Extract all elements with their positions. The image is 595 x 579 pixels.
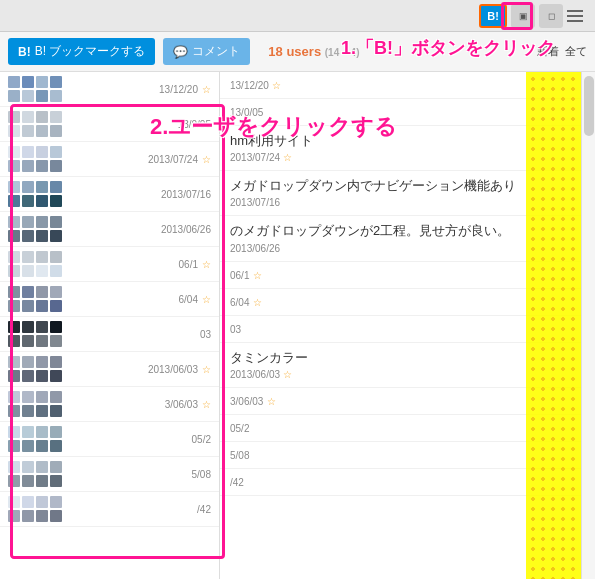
list-item[interactable]: 5/08 xyxy=(0,457,219,492)
list-item[interactable]: 3/06/03 ☆ xyxy=(0,387,219,422)
star-icon: ☆ xyxy=(253,270,262,281)
content-title: タミンカラー xyxy=(230,349,571,367)
content-title: のメガドロップダウンが2工程。見せ方が良い。 xyxy=(230,222,571,240)
avatar xyxy=(8,111,62,137)
content-date: 5/08 xyxy=(230,450,249,461)
list-item[interactable]: 13/0/05 xyxy=(0,107,219,142)
list-item[interactable]: 2013/06/03 ☆ xyxy=(0,352,219,387)
content-title: hm利用サイト xyxy=(230,132,571,150)
comment-icon: 💬 xyxy=(173,45,188,59)
date-label: 3/06/03 xyxy=(165,399,198,410)
avatar xyxy=(8,356,62,382)
date-label: 5/08 xyxy=(192,469,211,480)
star-icon: ☆ xyxy=(202,364,211,375)
avatar xyxy=(8,391,62,417)
list-item[interactable]: 13/12/20 ☆ xyxy=(0,72,219,107)
avatar xyxy=(8,321,62,347)
window-restore: ◻ xyxy=(539,4,563,28)
content-date: 13/12/20 xyxy=(230,80,269,91)
list-item[interactable]: 05/2 xyxy=(0,422,219,457)
list-item[interactable]: 6/04 ☆ xyxy=(0,282,219,317)
scrollbar[interactable] xyxy=(581,72,595,579)
date-label: 2013/06/03 xyxy=(148,364,198,375)
date-label: 2013/07/24 xyxy=(148,154,198,165)
star-icon: ☆ xyxy=(202,154,211,165)
content-date: /42 xyxy=(230,477,244,488)
avatar xyxy=(8,181,62,207)
content-date: 05/2 xyxy=(230,423,249,434)
bookmark-button[interactable]: B! B! ブックマークする xyxy=(8,38,155,65)
date-label: 13/0/05 xyxy=(178,119,211,130)
content-date: 06/1 xyxy=(230,270,249,281)
window-controls: ▣ xyxy=(511,4,535,28)
avatar xyxy=(8,461,62,487)
date-label: 2013/06/26 xyxy=(161,224,211,235)
scrollbar-thumb[interactable] xyxy=(584,76,594,136)
comment-button[interactable]: 💬 コメント xyxy=(163,38,250,65)
date-label: 03 xyxy=(200,329,211,340)
content-date: 03 xyxy=(230,324,241,335)
date-label: 06/1 xyxy=(179,259,198,270)
avatar xyxy=(8,286,62,312)
avatar xyxy=(8,216,62,242)
list-item[interactable]: 06/1 ☆ xyxy=(0,247,219,282)
date-label: /42 xyxy=(197,504,211,515)
content-date: 3/06/03 xyxy=(230,396,263,407)
content-date: 2013/06/03 xyxy=(230,369,280,380)
star-icon: ☆ xyxy=(202,84,211,95)
star-icon: ☆ xyxy=(267,396,276,407)
content-date: 13/0/05 xyxy=(230,107,263,118)
star-icon: ☆ xyxy=(283,369,292,380)
yellow-pattern-decoration xyxy=(526,72,581,579)
tab-all[interactable]: 全て xyxy=(565,44,587,59)
star-icon: ☆ xyxy=(202,294,211,305)
hatena-b-button[interactable]: B! xyxy=(479,4,507,28)
date-label: 6/04 xyxy=(179,294,198,305)
content-date: 2013/06/26 xyxy=(230,243,280,254)
avatar xyxy=(8,251,62,277)
content-date: 2013/07/16 xyxy=(230,197,280,208)
content-title: メガドロップダウン内でナビゲーション機能あり xyxy=(230,177,571,195)
list-item[interactable]: 2013/07/24 ☆ xyxy=(0,142,219,177)
date-label: 13/12/20 xyxy=(159,84,198,95)
bookmark-icon: B! xyxy=(18,45,31,59)
star-icon: ☆ xyxy=(283,152,292,163)
users-count[interactable]: 18 users (14 + 4) xyxy=(268,44,359,59)
toolbar: B! B! ブックマークする 💬 コメント 18 users (14 + 4) … xyxy=(0,32,595,72)
chrome-menu-button[interactable] xyxy=(567,6,587,26)
avatar xyxy=(8,496,62,522)
browser-chrome: B! ▣ ◻ xyxy=(0,0,595,32)
star-icon: ☆ xyxy=(202,259,211,270)
tab-new[interactable]: 新着 xyxy=(537,44,559,59)
star-icon: ☆ xyxy=(202,399,211,410)
list-item[interactable]: 2013/07/16 xyxy=(0,177,219,212)
date-label: 2013/07/16 xyxy=(161,189,211,200)
date-label: 05/2 xyxy=(192,434,211,445)
avatar xyxy=(8,76,62,102)
avatar xyxy=(8,426,62,452)
list-item[interactable]: 03 xyxy=(0,317,219,352)
content-date: 6/04 xyxy=(230,297,249,308)
star-icon: ☆ xyxy=(272,80,281,91)
left-panel: 13/12/20 ☆ 13/0/05 xyxy=(0,72,220,579)
main-content: 13/12/20 ☆ 13/0/05 xyxy=(0,72,595,579)
star-icon: ☆ xyxy=(253,297,262,308)
content-date: 2013/07/24 xyxy=(230,152,280,163)
list-item[interactable]: /42 xyxy=(0,492,219,527)
list-item[interactable]: 2013/06/26 xyxy=(0,212,219,247)
filter-tabs: 新着 全て xyxy=(537,44,587,59)
avatar xyxy=(8,146,62,172)
